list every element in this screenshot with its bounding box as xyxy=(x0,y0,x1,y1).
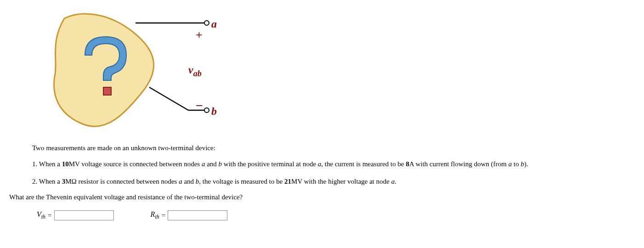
svg-rect-0 xyxy=(103,87,111,95)
vth-input[interactable] xyxy=(54,210,114,220)
eq-sign: = xyxy=(162,212,165,220)
svg-point-5 xyxy=(204,108,209,113)
eq-sign: = xyxy=(48,212,51,220)
intro-text: Two measurements are made on an unknown … xyxy=(32,144,635,152)
svg-line-3 xyxy=(149,87,188,110)
minus-label: − xyxy=(196,98,203,113)
svg-point-2 xyxy=(204,21,209,25)
rth-input[interactable] xyxy=(168,210,227,220)
node-b-label: b xyxy=(211,105,217,118)
vth-label: Vth xyxy=(37,210,45,220)
circuit-diagram: a + vab − b xyxy=(37,5,635,135)
question-text: What are the Thevenin equivalent voltage… xyxy=(9,193,635,201)
answer-inputs: Vth = Rth = xyxy=(37,210,635,220)
plus-label: + xyxy=(196,28,203,42)
vab-label: vab xyxy=(188,64,202,79)
measurement-1: 1. When a 10MV voltage source is connect… xyxy=(32,159,635,169)
node-a-label: a xyxy=(211,18,217,30)
rth-label: Rth xyxy=(151,210,159,220)
measurement-2: 2. When a 3MΩ resistor is connected betw… xyxy=(32,176,635,187)
vth-group: Vth = xyxy=(37,210,114,220)
measurements-list: 1. When a 10MV voltage source is connect… xyxy=(32,159,635,186)
rth-group: Rth = xyxy=(151,210,228,220)
